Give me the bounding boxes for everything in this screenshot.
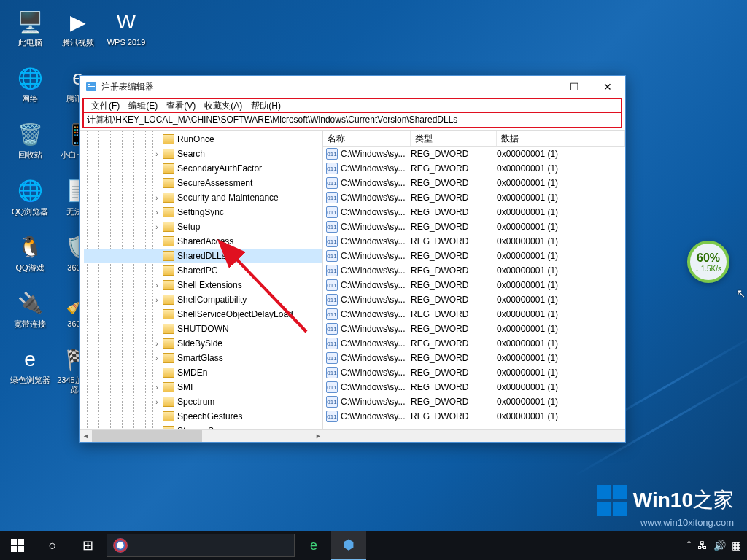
start-button[interactable] <box>0 531 35 560</box>
list-row[interactable]: 011C:\Windows\sy...REG_DWORD0x00000001 (… <box>323 292 625 307</box>
tree-item[interactable]: SharedPC <box>84 263 322 278</box>
list-row[interactable]: 011C:\Windows\sy...REG_DWORD0x00000001 (… <box>323 278 625 292</box>
tree-item[interactable]: SecureAssessment <box>84 176 322 190</box>
desktop-icon[interactable]: 🖥️此电脑 <box>9 7 51 47</box>
list-row[interactable]: 011C:\Windows\sy...REG_DWORD0x00000001 (… <box>323 176 625 190</box>
expand-icon[interactable]: › <box>152 150 161 158</box>
list-row[interactable]: 011C:\Windows\sy...REG_DWORD0x00000001 (… <box>323 147 625 161</box>
list-row[interactable]: 011C:\Windows\sy...REG_DWORD0x00000001 (… <box>323 380 625 394</box>
address-bar[interactable]: 计算机\HKEY_LOCAL_MACHINE\SOFTWARE\Microsof… <box>82 112 622 128</box>
list-row[interactable]: 011C:\Windows\sy...REG_DWORD0x00000001 (… <box>323 263 625 278</box>
tree-item[interactable]: ›Search <box>84 147 322 161</box>
list-row[interactable]: 011C:\Windows\sy...REG_DWORD0x00000001 (… <box>323 336 625 351</box>
taskbar-app-regedit[interactable]: ⬢ <box>331 531 366 560</box>
tray-ime-icon[interactable]: ▦ <box>732 540 741 551</box>
desktop-icon-label: WPS 2019 <box>107 38 146 47</box>
maximize-button[interactable]: ☐ <box>558 77 591 98</box>
tree-item[interactable]: SMDEn <box>84 365 322 380</box>
list-row[interactable]: 011C:\Windows\sy...REG_DWORD0x00000001 (… <box>323 351 625 365</box>
tray-volume-icon[interactable]: 🔊 <box>713 540 726 551</box>
menu-item[interactable]: 查看(V) <box>163 100 198 112</box>
col-header-data[interactable]: 数据 <box>497 131 625 146</box>
expand-icon[interactable]: › <box>152 194 161 202</box>
cortana-button[interactable]: ○ <box>35 531 70 560</box>
list-row[interactable]: 011C:\Windows\sy...REG_DWORD0x00000001 (… <box>323 307 625 322</box>
desktop-icon[interactable]: 🗑️回收站 <box>9 120 51 160</box>
tree-item[interactable]: SharedAccess <box>84 234 322 249</box>
network-speed-widget[interactable]: 60% ↓ 1.5K/s <box>687 241 729 283</box>
desktop-icon[interactable]: 🌐QQ浏览器 <box>9 176 51 217</box>
task-view-button[interactable]: ⊞ <box>70 531 105 560</box>
taskbar-app-edge[interactable]: e <box>296 531 331 560</box>
menu-item[interactable]: 文件(F) <box>88 100 123 112</box>
list-row[interactable]: 011C:\Windows\sy...REG_DWORD0x00000001 (… <box>323 365 625 380</box>
tray-chevron-icon[interactable]: ˄ <box>686 540 692 551</box>
desktop-icon[interactable]: 🌐网络 <box>9 63 51 104</box>
tree-item[interactable]: SharedDLLs <box>84 249 322 263</box>
list-row[interactable]: 011C:\Windows\sy...REG_DWORD0x00000001 (… <box>323 249 625 263</box>
list-row[interactable]: 011C:\Windows\sy...REG_DWORD0x00000001 (… <box>323 322 625 336</box>
menu-item[interactable]: 编辑(E) <box>125 100 160 112</box>
list-row[interactable]: 011C:\Windows\sy...REG_DWORD0x00000001 (… <box>323 161 625 176</box>
tree-item[interactable]: SpeechGestures <box>84 409 322 424</box>
horizontal-scrollbar[interactable]: ◄ ► <box>80 429 625 442</box>
tree-item-label: SmartGlass <box>177 353 223 363</box>
list-row[interactable]: 011C:\Windows\sy...REG_DWORD0x00000001 (… <box>323 409 625 424</box>
tree-item[interactable]: ›SideBySide <box>84 336 322 351</box>
tree-item-label: SMI <box>177 382 193 392</box>
list-body[interactable]: 011C:\Windows\sy...REG_DWORD0x00000001 (… <box>323 147 625 429</box>
list-header[interactable]: 名称 类型 数据 <box>323 131 625 147</box>
tree-item[interactable]: SecondaryAuthFactor <box>84 161 322 176</box>
list-row[interactable]: 011C:\Windows\sy...REG_DWORD0x00000001 (… <box>323 394 625 409</box>
list-row[interactable]: 011C:\Windows\sy...REG_DWORD0x00000001 (… <box>323 190 625 205</box>
row-data: 0x00000001 (1) <box>497 338 625 349</box>
expand-icon[interactable]: › <box>152 384 161 392</box>
expand-icon[interactable]: › <box>152 296 161 304</box>
tree-item[interactable]: SHUTDOWN <box>84 322 322 336</box>
tree-item[interactable]: RunOnce <box>84 132 322 147</box>
list-row[interactable]: 011C:\Windows\sy...REG_DWORD0x00000001 (… <box>323 219 625 234</box>
list-row[interactable]: 011C:\Windows\sy...REG_DWORD0x00000001 (… <box>323 205 625 219</box>
desktop-icon[interactable]: 🐧QQ游戏 <box>9 233 51 273</box>
scroll-left-icon[interactable]: ◄ <box>80 430 92 442</box>
windows-icon <box>11 539 24 552</box>
taskbar-search[interactable] <box>107 534 295 557</box>
list-row[interactable]: 011C:\Windows\sy...REG_DWORD0x00000001 (… <box>323 234 625 249</box>
menu-item[interactable]: 帮助(H) <box>248 100 284 112</box>
tray-network-icon[interactable]: 🖧 <box>697 540 708 551</box>
tree-item[interactable]: ›SettingSync <box>84 205 322 219</box>
expand-icon[interactable]: › <box>152 281 161 289</box>
titlebar[interactable]: 注册表编辑器 — ☐ ✕ <box>80 76 625 98</box>
tree-item[interactable]: ›Security and Maintenance <box>84 190 322 205</box>
scroll-thumb[interactable] <box>92 430 202 442</box>
tree-item[interactable]: ShellServiceObjectDelayLoad <box>84 307 322 322</box>
desktop-icon[interactable]: 🔌宽带连接 <box>9 289 51 329</box>
col-header-name[interactable]: 名称 <box>323 131 411 146</box>
tree-item[interactable]: ›ShellCompatibility <box>84 292 322 307</box>
tree-item[interactable]: ›StorageSense <box>84 424 322 429</box>
expand-icon[interactable]: › <box>152 223 161 231</box>
tree-item[interactable]: ›SMI <box>84 380 322 394</box>
menu-item[interactable]: 收藏夹(A) <box>201 100 245 112</box>
tree-item[interactable]: ›Shell Extensions <box>84 278 322 292</box>
expand-icon[interactable]: › <box>152 354 161 362</box>
desktop-icon[interactable]: WWPS 2019 <box>105 7 147 47</box>
expand-icon[interactable]: › <box>152 340 161 348</box>
row-type: REG_DWORD <box>411 353 497 363</box>
tree-pane[interactable]: RunOnce›SearchSecondaryAuthFactorSecureA… <box>80 131 323 429</box>
desktop-icon[interactable]: e绿色浏览器 <box>9 345 51 394</box>
minimize-button[interactable]: — <box>525 77 558 98</box>
expand-icon[interactable]: › <box>152 398 161 406</box>
close-button[interactable]: ✕ <box>591 77 624 98</box>
scroll-right-icon[interactable]: ► <box>312 430 325 442</box>
expand-icon[interactable]: › <box>152 209 161 217</box>
regedit-icon <box>85 81 97 93</box>
tree-item[interactable]: ›SmartGlass <box>84 351 322 365</box>
expand-icon[interactable]: › <box>152 427 161 430</box>
tree-item-label: SpeechGestures <box>177 411 242 421</box>
row-type: REG_DWORD <box>411 324 497 334</box>
col-header-type[interactable]: 类型 <box>411 131 497 146</box>
tree-item[interactable]: ›Spectrum <box>84 394 322 409</box>
tree-item[interactable]: ›Setup <box>84 219 322 234</box>
desktop-icon[interactable]: ▶腾讯视频 <box>57 7 99 47</box>
